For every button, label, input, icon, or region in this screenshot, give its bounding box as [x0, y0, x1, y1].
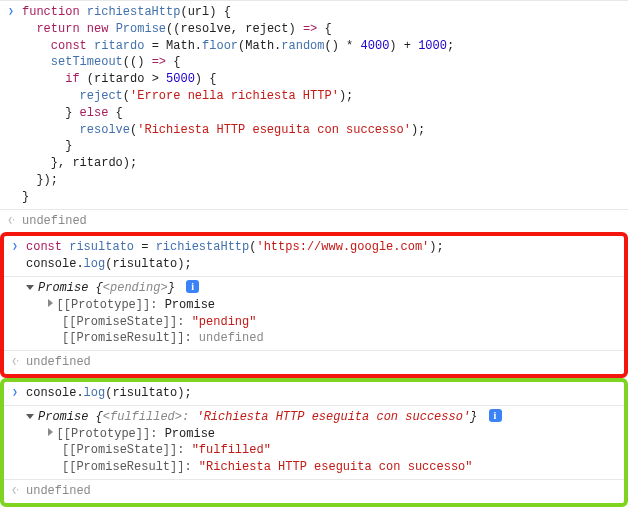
blank-gutter [4, 408, 26, 410]
promise-state-value: "fulfilled" [192, 443, 271, 457]
output-marker-icon [4, 353, 26, 369]
promise-state-value: "pending" [192, 315, 257, 329]
undefined-output: undefined [26, 482, 624, 501]
promise-state-label: [[PromiseState]]: [62, 315, 192, 329]
promise-header-prefix: Promise [38, 410, 96, 424]
console-input-entry: console.log(risultato); [4, 382, 624, 405]
promise-object-fulfilled[interactable]: Promise {<fulfilled>: 'Richiesta HTTP es… [26, 408, 624, 477]
console-input-entry: function richiestaHttp(url) { return new… [0, 0, 628, 209]
promise-header-sep: : [182, 410, 196, 424]
code-block: function richiestaHttp(url) { return new… [22, 3, 628, 207]
undefined-output: undefined [26, 353, 624, 372]
output-marker-icon [0, 212, 22, 228]
console-output-entry: undefined [4, 479, 624, 503]
output-marker-icon [4, 482, 26, 498]
console-output-entry: undefined [4, 350, 624, 374]
prototype-label: [[Prototype]]: [57, 427, 165, 441]
disclosure-triangle-icon[interactable] [48, 299, 53, 307]
disclosure-triangle-icon[interactable] [26, 414, 34, 419]
promise-state-label: [[PromiseState]]: [62, 443, 192, 457]
promise-header-state: <fulfilled> [103, 410, 182, 424]
promise-result-label: [[PromiseResult]]: [62, 331, 199, 345]
promise-header-state: <pending> [103, 281, 168, 295]
disclosure-triangle-icon[interactable] [26, 285, 34, 290]
promise-object-pending[interactable]: Promise {<pending>} i [[Prototype]]: Pro… [26, 279, 624, 348]
prototype-value: Promise [165, 427, 215, 441]
undefined-output: undefined [22, 212, 628, 231]
code-block: console.log(risultato); [26, 384, 624, 403]
console-input-entry: const risultato = richiestaHttp('https:/… [4, 236, 624, 276]
console-output-entry: undefined [0, 209, 628, 233]
info-icon[interactable]: i [489, 409, 502, 422]
promise-header-prefix: Promise [38, 281, 96, 295]
promise-result-label: [[PromiseResult]]: [62, 460, 199, 474]
promise-header-value: 'Richiesta HTTP eseguita con successo' [196, 410, 470, 424]
input-marker-icon [0, 3, 22, 19]
input-marker-icon [4, 238, 26, 254]
info-icon[interactable]: i [186, 280, 199, 293]
console-log-output: Promise {<fulfilled>: 'Richiesta HTTP es… [4, 405, 624, 479]
highlighted-block-pending: const risultato = richiestaHttp('https:/… [0, 232, 628, 378]
promise-result-value: "Richiesta HTTP eseguita con successo" [199, 460, 473, 474]
prototype-label: [[Prototype]]: [57, 298, 165, 312]
code-block: const risultato = richiestaHttp('https:/… [26, 238, 624, 274]
prototype-value: Promise [165, 298, 215, 312]
input-marker-icon [4, 384, 26, 400]
highlighted-block-fulfilled: console.log(risultato); Promise {<fulfil… [0, 378, 628, 507]
console-log-output: Promise {<pending>} i [[Prototype]]: Pro… [4, 276, 624, 350]
blank-gutter [4, 279, 26, 281]
promise-result-value: undefined [199, 331, 264, 345]
disclosure-triangle-icon[interactable] [48, 428, 53, 436]
